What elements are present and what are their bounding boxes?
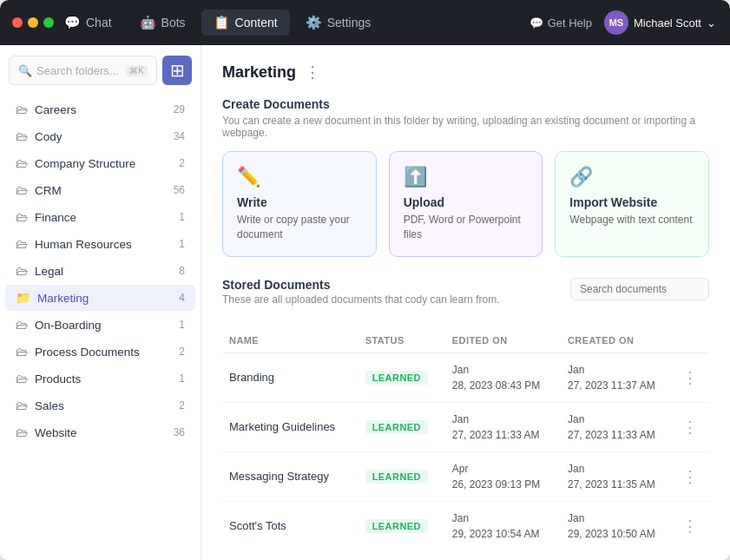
doc-created: Jan29, 2023 10:50 AM	[561, 501, 675, 550]
tab-content[interactable]: 📋 Content	[201, 10, 290, 36]
table-row[interactable]: Messaging Strategy LEARNED Apr26, 2023 0…	[222, 451, 709, 501]
folder-name: Company Structure	[35, 157, 135, 170]
chevron-down-icon: ⌄	[707, 16, 716, 30]
tab-bots-label: Bots	[161, 16, 186, 30]
row-more-icon[interactable]: ⋮	[682, 517, 698, 535]
new-folder-button[interactable]: ⊞	[162, 56, 192, 85]
doc-more[interactable]: ⋮	[675, 352, 709, 402]
col-actions	[675, 330, 709, 353]
documents-table: NAME STATUS EDITED ON CREATED ON Brandin…	[222, 330, 709, 550]
folder-count: 1	[179, 238, 185, 250]
create-cards: ✏️ Write Write or copy paste your docume…	[222, 151, 709, 257]
create-section-desc: You can create a new document in this fo…	[222, 115, 709, 139]
doc-created: Jan27, 2023 11:33 AM	[561, 402, 675, 451]
folder-name: Cody	[35, 130, 62, 143]
folder-count: 2	[179, 157, 185, 169]
get-help-label: Get Help	[548, 16, 592, 30]
page-more-button[interactable]: ⋮	[305, 63, 320, 82]
doc-name: Marketing Guidelines	[222, 402, 358, 451]
table-row[interactable]: Branding LEARNED Jan28, 2023 08:43 PM Ja…	[222, 352, 709, 402]
col-created: CREATED ON	[561, 330, 675, 353]
content-icon: 📋	[214, 15, 230, 30]
sidebar-item-on-boarding[interactable]: 🗁 On-Boarding 1	[5, 312, 195, 338]
nav-tabs: 💬 Chat 🤖 Bots 📋 Content ⚙️ Settings	[52, 10, 383, 36]
create-section-title: Create Documents	[222, 97, 709, 111]
sidebar-item-website[interactable]: 🗁 Website 36	[5, 419, 195, 445]
folder-icon: 🗁	[16, 318, 28, 332]
table-row[interactable]: Scott's Tots LEARNED Jan29, 2023 10:54 A…	[222, 501, 709, 550]
folder-count: 29	[174, 103, 185, 115]
app-window: 💬 Chat 🤖 Bots 📋 Content ⚙️ Settings 💬 Ge…	[0, 0, 730, 560]
search-kbd: ⌘K	[126, 65, 148, 76]
upload-card[interactable]: ⬆️ Upload PDF, Word or Powerpoint files	[389, 151, 543, 257]
doc-status: LEARNED	[358, 352, 445, 402]
folder-count: 8	[179, 265, 185, 277]
tab-settings[interactable]: ⚙️ Settings	[293, 10, 384, 36]
folder-icon: 🗁	[16, 372, 28, 385]
minimize-button[interactable]	[28, 17, 38, 28]
folder-icon: 🗁	[16, 237, 28, 251]
page-header: Marketing ⋮	[222, 63, 709, 82]
search-box[interactable]: 🔍 Search folders... ⌘K	[9, 56, 157, 85]
main-content: 🔍 Search folders... ⌘K ⊞ 🗁 Careers 29 🗁 …	[0, 45, 730, 560]
sidebar-item-sales[interactable]: 🗁 Sales 2	[5, 392, 195, 418]
write-card[interactable]: ✏️ Write Write or copy paste your docume…	[222, 151, 377, 257]
folder-icon: 🗁	[16, 156, 28, 170]
doc-name: Messaging Strategy	[222, 451, 358, 501]
sidebar-item-process-documents[interactable]: 🗁 Process Documents 2	[5, 339, 195, 365]
folder-icon: 🗁	[16, 102, 28, 116]
folder-icon: 🗁	[16, 345, 28, 359]
sidebar-item-human-resources[interactable]: 🗁 Human Resources 1	[5, 231, 195, 257]
doc-edited: Jan27, 2023 11:33 AM	[445, 402, 561, 451]
sidebar-item-products[interactable]: 🗁 Products 1	[5, 366, 195, 392]
upload-card-title: Upload	[404, 195, 529, 209]
doc-edited: Jan29, 2023 10:54 AM	[445, 501, 561, 550]
stored-section-title: Stored Documents	[222, 278, 500, 292]
sidebar-item-careers[interactable]: 🗁 Careers 29	[5, 96, 195, 122]
folder-name: Sales	[35, 399, 64, 412]
write-card-title: Write	[237, 195, 362, 209]
doc-name: Scott's Tots	[222, 501, 358, 550]
row-more-icon[interactable]: ⋮	[682, 418, 698, 436]
user-menu[interactable]: MS Michael Scott ⌄	[604, 10, 716, 35]
table-row[interactable]: Marketing Guidelines LEARNED Jan27, 2023…	[222, 402, 709, 451]
stored-header: Stored Documents These are all uploaded …	[222, 278, 709, 318]
close-button[interactable]	[12, 17, 23, 28]
doc-more[interactable]: ⋮	[675, 501, 709, 550]
import-card[interactable]: 🔗 Import Website Webpage with text conte…	[555, 151, 709, 257]
tab-chat-label: Chat	[86, 16, 112, 30]
sidebar-item-crm[interactable]: 🗁 CRM 56	[5, 177, 195, 203]
avatar: MS	[604, 10, 628, 35]
plus-icon: ⊞	[170, 60, 185, 81]
doc-more[interactable]: ⋮	[675, 451, 709, 501]
row-more-icon[interactable]: ⋮	[682, 369, 698, 386]
sidebar-item-legal[interactable]: 🗁 Legal 8	[5, 258, 195, 284]
write-card-desc: Write or copy paste your document	[237, 213, 362, 242]
user-name: Michael Scott	[634, 16, 701, 30]
maximize-button[interactable]	[43, 17, 54, 28]
folder-icon: 🗁	[16, 183, 28, 197]
search-icon: 🔍	[18, 64, 32, 77]
search-placeholder: Search folders...	[36, 64, 119, 77]
col-name: NAME	[222, 330, 358, 353]
folder-count: 1	[179, 211, 185, 223]
tab-bots[interactable]: 🤖 Bots	[128, 10, 198, 36]
doc-more[interactable]: ⋮	[675, 402, 709, 451]
sidebar-item-finance[interactable]: 🗁 Finance 1	[5, 204, 195, 230]
folder-name: Website	[35, 426, 77, 439]
page-title: Marketing	[222, 63, 296, 82]
import-icon: 🔗	[569, 166, 694, 188]
tab-settings-label: Settings	[327, 16, 372, 30]
folder-icon: 🗁	[16, 129, 28, 143]
tab-chat[interactable]: 💬 Chat	[52, 10, 124, 36]
search-documents-input[interactable]	[570, 278, 709, 300]
bots-icon: 🤖	[140, 15, 156, 30]
sidebar-item-company-structure[interactable]: 🗁 Company Structure 2	[5, 150, 195, 176]
get-help-button[interactable]: 💬 Get Help	[529, 16, 592, 30]
folder-name: CRM	[35, 184, 62, 197]
row-more-icon[interactable]: ⋮	[682, 468, 698, 485]
sidebar-item-marketing[interactable]: 📁 Marketing 4	[5, 285, 195, 311]
sidebar-item-cody[interactable]: 🗁 Cody 34	[5, 123, 195, 149]
chat-icon: 💬	[64, 15, 81, 30]
stored-section-desc: These are all uploaded documents that co…	[222, 293, 500, 306]
